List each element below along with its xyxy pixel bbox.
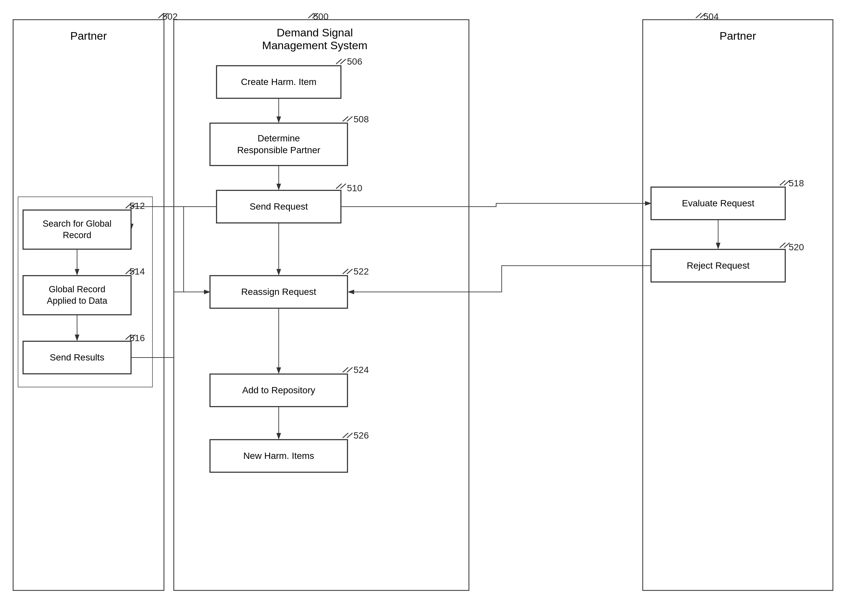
lane-title-partner-left: Partner xyxy=(26,30,151,42)
ref-510: 510 xyxy=(347,183,362,194)
svg-line-44 xyxy=(343,269,348,274)
box-create-harm-item: Create Harm. Item xyxy=(217,66,341,98)
svg-line-48 xyxy=(343,433,348,438)
box-global-record-applied: Global RecordApplied to Data xyxy=(23,276,131,315)
svg-line-26 xyxy=(696,13,701,18)
svg-line-31 xyxy=(347,117,353,121)
ref-500: 500 xyxy=(313,12,329,22)
svg-line-29 xyxy=(340,59,346,64)
box-search-global-record: Search for GlobalRecord xyxy=(23,210,131,249)
svg-line-49 xyxy=(347,433,353,438)
svg-line-28 xyxy=(336,59,342,64)
ref-516: 516 xyxy=(130,333,145,343)
ref-526: 526 xyxy=(354,430,369,441)
ref-520: 520 xyxy=(789,242,804,253)
ref-506: 506 xyxy=(347,56,362,67)
box-reassign-request: Reassign Request xyxy=(210,276,348,308)
box-send-request: Send Request xyxy=(217,190,341,223)
box-new-harm-items: New Harm. Items xyxy=(210,440,348,472)
svg-line-40 xyxy=(780,180,785,185)
svg-rect-3 xyxy=(643,20,833,591)
svg-line-33 xyxy=(340,184,346,189)
box-evaluate-request: Evaluate Request xyxy=(651,187,785,220)
svg-line-32 xyxy=(336,184,342,189)
svg-line-46 xyxy=(343,367,348,372)
box-send-results: Send Results xyxy=(23,341,131,374)
box-add-to-repository: Add to Repository xyxy=(210,374,348,407)
ref-522: 522 xyxy=(354,266,369,277)
lane-title-dsms: Demand SignalManagement System xyxy=(190,26,440,52)
lane-title-partner-right: Partner xyxy=(659,30,816,42)
ref-524: 524 xyxy=(354,365,369,375)
diagram: Partner Demand SignalManagement System P… xyxy=(0,0,847,616)
svg-line-30 xyxy=(343,117,348,121)
ref-512: 512 xyxy=(130,201,145,211)
ref-514: 514 xyxy=(130,266,145,277)
svg-line-47 xyxy=(347,367,353,372)
ref-508: 508 xyxy=(354,114,369,125)
ref-502: 502 xyxy=(162,12,178,22)
svg-line-42 xyxy=(780,243,785,248)
box-determine-responsible-partner: DetermineResponsible Partner xyxy=(210,123,348,165)
box-reject-request: Reject Request xyxy=(651,249,785,282)
svg-line-45 xyxy=(347,269,353,274)
ref-518: 518 xyxy=(789,178,804,189)
ref-504: 504 xyxy=(703,12,719,22)
